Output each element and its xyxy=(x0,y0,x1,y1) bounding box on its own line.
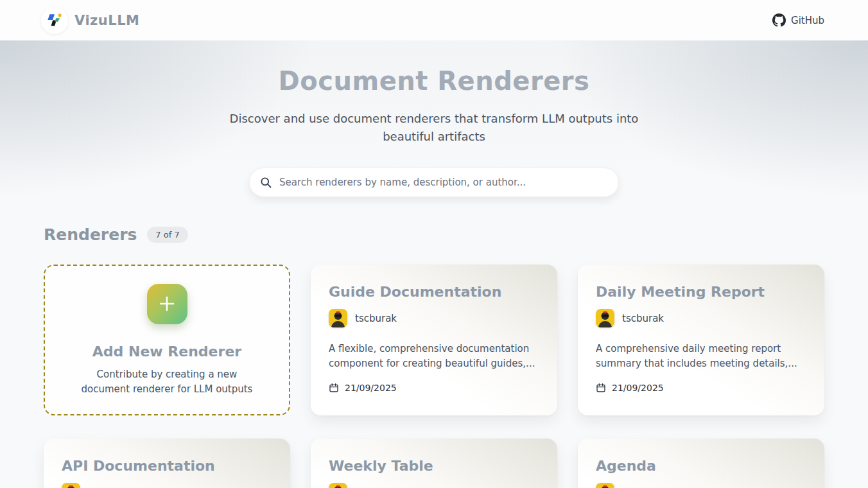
calendar-icon xyxy=(329,383,339,393)
count-badge: 7 of 7 xyxy=(147,227,187,243)
search-input[interactable] xyxy=(249,168,619,197)
renderer-card-agenda[interactable]: Agenda tscburak xyxy=(578,439,824,488)
section-title: Renderers xyxy=(44,225,137,244)
brand-home-link[interactable]: VizuLLM xyxy=(41,7,139,34)
renderer-card-guide-documentation[interactable]: Guide Documentation tscburak A flexible,… xyxy=(311,265,557,415)
page-subtitle: Discover and use document renderers that… xyxy=(225,110,643,146)
card-title: Guide Documentation xyxy=(329,284,539,300)
github-octocat-icon xyxy=(772,13,786,27)
add-card-description: Contribute by creating a new document re… xyxy=(74,367,260,397)
card-date: 21/09/2025 xyxy=(345,383,397,393)
hero-section: Document Renderers Discover and use docu… xyxy=(0,40,868,204)
plus-icon xyxy=(147,284,187,324)
renderer-card-weekly-table[interactable]: Weekly Table tscburak xyxy=(311,439,557,488)
avatar xyxy=(596,483,614,488)
page-title: Document Renderers xyxy=(0,66,868,96)
renderer-card-api-documentation[interactable]: API Documentation tscburak xyxy=(44,439,290,488)
brand-name: VizuLLM xyxy=(74,13,139,28)
add-new-renderer-card[interactable]: Add New Renderer Contribute by creating … xyxy=(44,265,290,415)
card-title: Daily Meeting Report xyxy=(596,284,806,300)
top-navbar: VizuLLM GitHub xyxy=(0,0,868,40)
avatar xyxy=(596,309,614,327)
author-name: tscburak xyxy=(355,313,397,324)
add-card-title: Add New Renderer xyxy=(92,344,241,360)
card-title: Agenda xyxy=(596,458,806,474)
vizullm-logo-icon xyxy=(41,7,68,34)
renderer-card-daily-meeting-report[interactable]: Daily Meeting Report tscburak A comprehe… xyxy=(578,265,824,415)
search-bar xyxy=(249,168,619,197)
renderers-section-header: Renderers 7 of 7 xyxy=(44,225,824,244)
card-title: Weekly Table xyxy=(329,458,539,474)
card-description: A flexible, comprehensive documentation … xyxy=(329,342,539,371)
avatar xyxy=(329,483,347,488)
author-name: tscburak xyxy=(622,313,664,324)
card-title: API Documentation xyxy=(62,458,272,474)
card-date: 21/09/2025 xyxy=(612,383,664,393)
renderers-grid: Add New Renderer Contribute by creating … xyxy=(44,265,824,488)
avatar xyxy=(329,309,347,327)
github-label: GitHub xyxy=(791,15,824,26)
avatar xyxy=(62,483,80,488)
card-description: A comprehensive daily meeting report sum… xyxy=(596,342,806,371)
github-link[interactable]: GitHub xyxy=(772,13,824,27)
calendar-icon xyxy=(596,383,606,393)
